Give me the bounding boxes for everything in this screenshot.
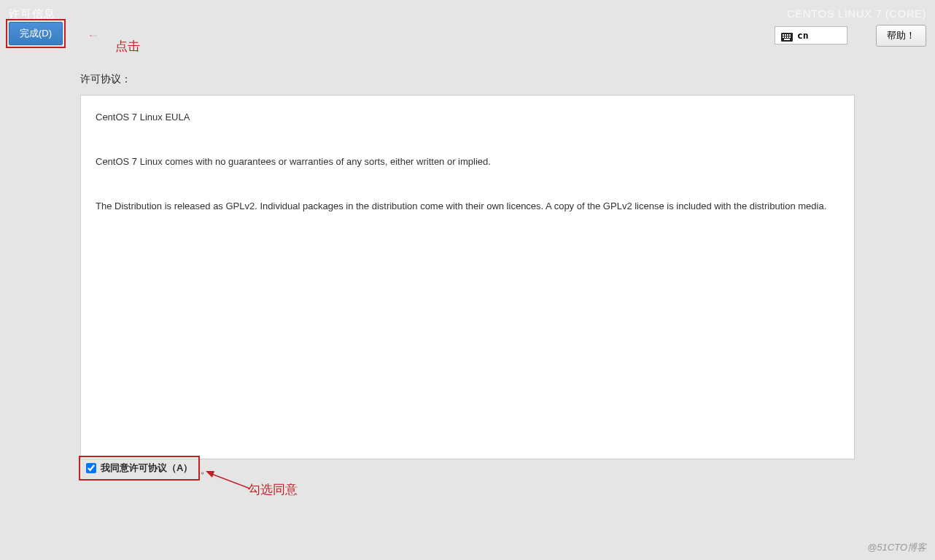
watermark: @51CTO博客: [867, 541, 926, 554]
svg-rect-3: [783, 34, 784, 36]
svg-rect-6: [789, 34, 791, 36]
content-area: 许可协议： CentOS 7 Linux EULA CentOS 7 Linux…: [80, 73, 855, 516]
annotation-check-label: 勾选同意: [248, 481, 298, 498]
svg-rect-4: [785, 34, 786, 36]
svg-marker-13: [206, 471, 214, 478]
os-title: CENTOS LINUX 7 (CORE): [787, 7, 926, 20]
eula-paragraph-2: The Distribution is released as GPLv2. I…: [96, 199, 839, 214]
help-button[interactable]: 帮助！: [876, 25, 926, 47]
svg-rect-11: [784, 39, 790, 40]
svg-line-12: [212, 474, 250, 489]
license-label: 许可协议：: [80, 73, 855, 86]
header-bar: 许可信息 CENTOS LINUX 7 (CORE) 完成(D) 点击 cn 帮: [0, 0, 935, 45]
svg-rect-8: [785, 36, 786, 38]
agree-checkbox[interactable]: [86, 463, 96, 473]
svg-rect-9: [787, 36, 788, 38]
annotation-arrow-icon: [203, 468, 250, 494]
svg-rect-5: [787, 34, 788, 36]
eula-paragraph-1: CentOS 7 Linux comes with no guarantees …: [96, 155, 839, 170]
done-button[interactable]: 完成(D): [9, 22, 63, 45]
svg-rect-10: [789, 36, 791, 38]
language-code: cn: [797, 30, 809, 41]
annotation-arrow-icon: [71, 35, 115, 36]
language-selector[interactable]: cn: [775, 26, 847, 44]
eula-title: CentOS 7 Linux EULA: [96, 110, 839, 125]
agree-label: 我同意许可协议（A）: [101, 462, 193, 475]
svg-marker-1: [90, 35, 91, 36]
annotation-click-label: 点击: [115, 38, 140, 55]
agree-highlight: 我同意许可协议（A）: [79, 456, 200, 481]
license-textbox: CentOS 7 Linux EULA CentOS 7 Linux comes…: [80, 95, 855, 459]
done-button-highlight: 完成(D): [6, 19, 66, 48]
keyboard-icon: [781, 31, 793, 40]
svg-rect-7: [783, 36, 784, 38]
